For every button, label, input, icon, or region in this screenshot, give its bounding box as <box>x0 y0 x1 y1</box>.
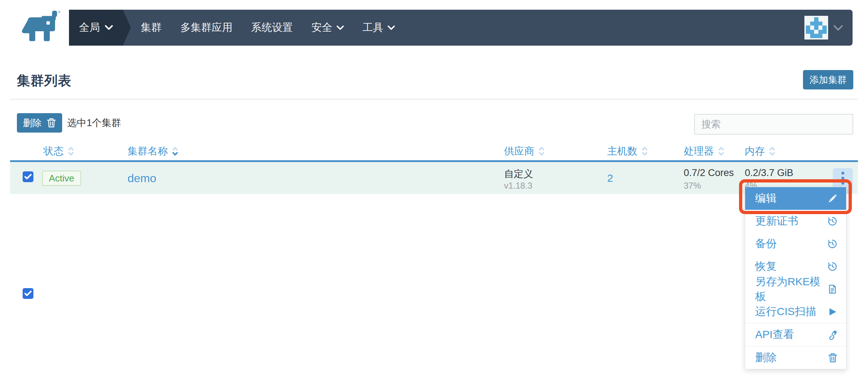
column-label: 主机数 <box>607 144 637 158</box>
history-icon <box>827 216 837 226</box>
column-header-hosts[interactable]: 主机数 <box>607 142 648 160</box>
sort-carets-icon <box>769 147 775 156</box>
memory-value: 0.2/3.7 GiB <box>745 167 793 179</box>
chevron-down-icon <box>105 25 113 30</box>
menu-item-label: 编辑 <box>755 191 827 206</box>
nav-items: 集群 多集群应用 系统设置 安全 工具 <box>141 20 395 35</box>
nav-item-label: 系统设置 <box>251 20 293 35</box>
row-checkbox[interactable] <box>23 171 33 182</box>
provider-value: 自定义 <box>504 167 533 180</box>
menu-item-label: 运行CIS扫描 <box>755 304 827 319</box>
cluster-name-link[interactable]: demo <box>128 172 156 185</box>
nav-item-security[interactable]: 安全 <box>311 20 344 35</box>
rancher-logo[interactable]: ® <box>16 10 63 43</box>
chevron-down-icon <box>337 26 344 30</box>
sort-carets-icon <box>68 147 74 156</box>
search-input[interactable] <box>694 114 853 135</box>
sort-carets-icon <box>539 147 545 156</box>
link-icon <box>827 330 837 340</box>
provider-version: v1.18.3 <box>504 181 532 191</box>
trash-icon <box>47 118 56 128</box>
column-header-cpu[interactable]: 处理器 <box>684 142 724 160</box>
page-title: 集群列表 <box>17 72 71 90</box>
cpu-usage: 37% <box>684 181 701 191</box>
menu-item-label: 删除 <box>755 350 828 365</box>
section-divider <box>10 99 858 100</box>
sort-carets-icon <box>642 147 648 156</box>
delete-selected-button[interactable]: 删除 <box>17 113 62 133</box>
column-label: 供应商 <box>504 144 534 158</box>
menu-item-edit[interactable]: 编辑 <box>745 187 846 210</box>
nav-item-tools[interactable]: 工具 <box>363 20 395 35</box>
chevron-down-icon <box>388 26 395 30</box>
nav-item-settings[interactable]: 系统设置 <box>251 20 293 35</box>
history-icon <box>827 239 837 249</box>
column-label: 处理器 <box>684 144 714 158</box>
menu-item-delete[interactable]: 删除 <box>745 346 846 369</box>
column-header-memory[interactable]: 内存 <box>745 142 775 160</box>
top-navbar: 全局 集群 多集群应用 系统设置 安全 工具 <box>69 10 853 46</box>
nav-item-clusters[interactable]: 集群 <box>141 20 162 35</box>
add-cluster-button[interactable]: 添加集群 <box>803 70 853 89</box>
cpu-value: 0.7/2 Cores <box>684 167 734 179</box>
sort-carets-icon-active <box>172 147 178 156</box>
file-icon <box>827 284 837 294</box>
play-icon <box>827 307 837 317</box>
menu-item-label: 更新证书 <box>755 214 827 228</box>
column-label: 内存 <box>745 144 765 158</box>
column-label: 状态 <box>43 144 64 158</box>
nav-item-label: 多集群应用 <box>180 20 232 35</box>
column-header-cluster-name[interactable]: 集群名称 <box>128 142 178 160</box>
menu-item-rotate-certificates[interactable]: 更新证书 <box>745 210 846 232</box>
delete-button-label: 删除 <box>23 117 42 129</box>
svg-text:®: ® <box>58 10 61 14</box>
trash-icon <box>828 353 837 363</box>
status-badge: Active <box>42 171 81 186</box>
pencil-icon <box>827 194 837 204</box>
menu-item-view-in-api[interactable]: API查看 <box>745 323 846 346</box>
global-scope-selector[interactable]: 全局 <box>69 10 123 46</box>
nav-item-label: 工具 <box>363 20 383 35</box>
hosts-count-link[interactable]: 2 <box>607 172 613 184</box>
menu-item-label: 另存为RKE模板 <box>755 274 827 304</box>
global-scope-label: 全局 <box>79 20 100 35</box>
nav-item-multi-cluster-apps[interactable]: 多集群应用 <box>180 20 232 35</box>
column-header-provider[interactable]: 供应商 <box>504 142 545 160</box>
table-header-row: 状态 集群名称 供应商 主机数 <box>0 142 868 160</box>
chevron-down-icon <box>833 25 843 31</box>
history-icon <box>827 262 837 272</box>
column-header-status[interactable]: 状态 <box>43 142 74 160</box>
row-actions-menu: 编辑 更新证书 备份 恢复 另存为RKE模板 <box>745 187 846 369</box>
selection-status: 选中1个集群 <box>67 113 121 133</box>
nav-item-label: 集群 <box>141 20 162 35</box>
user-avatar <box>804 16 828 40</box>
kebab-dots-icon <box>841 172 844 175</box>
user-menu[interactable] <box>804 16 843 40</box>
menu-item-label: 备份 <box>755 236 827 251</box>
sort-carets-icon <box>718 147 724 156</box>
menu-item-backup[interactable]: 备份 <box>745 232 846 255</box>
column-label: 集群名称 <box>128 144 168 158</box>
select-all-checkbox[interactable] <box>23 288 33 299</box>
menu-item-label: API查看 <box>755 327 827 342</box>
rancher-cluster-list-screen: ® 全局 集群 多集群应用 系统设置 安全 <box>0 0 868 388</box>
menu-item-label: 恢复 <box>755 259 827 274</box>
menu-item-save-as-rke-template[interactable]: 另存为RKE模板 <box>745 278 846 300</box>
nav-item-label: 安全 <box>311 20 332 35</box>
